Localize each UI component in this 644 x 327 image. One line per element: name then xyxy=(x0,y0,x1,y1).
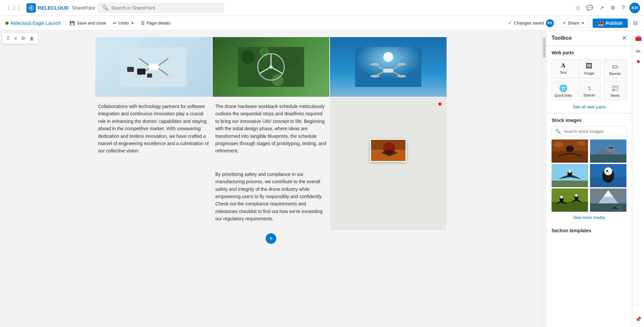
web-parts-title: Web parts xyxy=(552,50,627,55)
svg-rect-13 xyxy=(147,74,152,78)
side-icon-collapse[interactable]: ≫ xyxy=(633,46,643,56)
col2-content: The drone hardware workback schedule met… xyxy=(213,97,329,230)
checkmark-icon: ✓ xyxy=(508,21,512,26)
add-section-area: + xyxy=(95,233,447,244)
stock-image-6[interactable] xyxy=(590,189,627,212)
float-toolbar: ⠿ ≡ ⧉ 🗑 xyxy=(2,32,38,44)
web-part-news[interactable]: 📰 News xyxy=(604,81,627,100)
side-icon-pin[interactable]: 📌 xyxy=(633,314,644,324)
stock-search-box[interactable]: 🔍 xyxy=(552,126,627,136)
see-all-web-parts-link[interactable]: See all web parts xyxy=(552,104,627,109)
spacer-label: Spacer xyxy=(583,93,595,97)
stock-image-3[interactable] xyxy=(552,164,589,187)
main-layout: ⠿ ≡ ⧉ 🗑 xyxy=(0,30,644,327)
col1-text: Collaborations with technology partners … xyxy=(95,97,212,230)
changes-saved-status: ✓ Changes saved KH xyxy=(508,19,554,27)
brand-logo: RELECLOUD xyxy=(27,3,69,13)
toolbox-close-button[interactable]: ✕ xyxy=(622,34,627,42)
svg-point-34 xyxy=(370,75,380,78)
svg-point-33 xyxy=(397,63,406,66)
text-label: Text xyxy=(560,71,566,75)
scrollbar-thumb[interactable] xyxy=(543,38,546,58)
spacer-icon: ↕ xyxy=(587,84,591,92)
site-name[interactable]: Relecloud Eagle Launch xyxy=(5,21,61,26)
collapse-panel-button[interactable]: ⊟ xyxy=(632,19,639,27)
web-part-image[interactable]: 🖼 Image xyxy=(577,59,601,79)
duplicate-button[interactable]: ⧉ xyxy=(20,34,27,42)
svg-point-35 xyxy=(397,75,406,78)
move-button[interactable]: ⠿ xyxy=(4,34,12,42)
delete-button[interactable]: 🗑 xyxy=(27,34,36,42)
content-area: ⠿ ≡ ⧉ 🗑 xyxy=(0,30,542,327)
web-parts-section: Web parts A Text 🖼 Image ▭ Banner 🌐 Quic… xyxy=(546,46,632,114)
news-icon: 📰 xyxy=(611,84,619,92)
svg-point-15 xyxy=(241,50,254,64)
toolbox-title: Toolbox xyxy=(552,35,572,41)
page-details-icon: ☰ xyxy=(141,21,145,26)
stock-images-section: Stock images 🔍 xyxy=(546,114,632,224)
svg-rect-12 xyxy=(137,69,145,75)
svg-rect-45 xyxy=(590,154,626,163)
svg-point-42 xyxy=(553,142,563,147)
banner-label: Banner xyxy=(609,72,621,76)
toolbox-header: Toolbox ✕ xyxy=(546,30,632,46)
align-button[interactable]: ≡ xyxy=(12,34,19,42)
side-icon-toolbox[interactable]: 🧰 xyxy=(633,33,644,43)
banner-icon: ▭ xyxy=(612,62,618,70)
stock-image-5[interactable] xyxy=(552,189,589,212)
stock-image-2[interactable] xyxy=(590,139,627,163)
top-bar-right: ◇ 💬 ↗ ⚙ ? KH xyxy=(574,3,640,13)
site-dot xyxy=(5,22,9,25)
share-dropdown-icon[interactable]: ▼ xyxy=(581,21,585,25)
stock-images-grid xyxy=(552,139,627,212)
global-search-input[interactable] xyxy=(111,5,219,11)
svg-rect-11 xyxy=(127,67,134,72)
svg-point-60 xyxy=(560,196,563,198)
section-templates-title: Section templates xyxy=(552,228,627,233)
search-icon: 🔍 xyxy=(102,5,109,11)
global-search-box[interactable]: 🔍 xyxy=(98,3,224,13)
settings-icon-button[interactable]: ⚙ xyxy=(609,3,617,13)
avatar[interactable]: KH xyxy=(629,3,640,13)
web-part-quick-links[interactable]: 🌐 Quick links xyxy=(552,81,575,100)
share-button[interactable]: ↗ Share ▼ xyxy=(558,18,589,28)
page-details-button[interactable]: ☰ Page details xyxy=(137,19,174,27)
community-icon-button[interactable]: ◇ xyxy=(574,3,582,13)
author-avatar: KH xyxy=(546,19,554,27)
stock-search-input[interactable] xyxy=(564,129,623,134)
image-drop-zone[interactable] xyxy=(330,97,447,230)
web-part-spacer[interactable]: ↕ Spacer xyxy=(577,81,601,100)
svg-point-10 xyxy=(164,75,176,79)
svg-point-17 xyxy=(283,52,299,69)
svg-point-32 xyxy=(370,63,380,66)
save-close-button[interactable]: 💾 Save and close xyxy=(66,19,110,27)
side-notification-dot xyxy=(637,60,640,63)
svg-point-41 xyxy=(566,145,574,152)
see-more-media-link[interactable]: See more media xyxy=(552,215,627,220)
app-launcher-button[interactable]: ⋮⋮⋮ xyxy=(4,3,24,13)
stock-image-1[interactable] xyxy=(552,139,589,163)
image-label: Image xyxy=(584,71,594,75)
page-content: Collaborations with technology partners … xyxy=(76,30,466,250)
drone-aerial-image xyxy=(213,37,329,97)
web-part-text[interactable]: A Text xyxy=(552,59,575,79)
drone-parts-image xyxy=(95,37,212,97)
help-icon-button[interactable]: ? xyxy=(620,3,627,13)
scrollbar-track[interactable] xyxy=(542,30,546,327)
add-section-button[interactable]: + xyxy=(266,233,276,244)
undo-button[interactable]: ↩ Undo ▼ xyxy=(110,19,137,27)
chat-icon-button[interactable]: 💬 xyxy=(584,3,595,13)
svg-rect-40 xyxy=(552,151,588,163)
web-part-banner[interactable]: ▭ Banner xyxy=(604,59,627,79)
publish-button[interactable]: 📤 Publish xyxy=(593,19,628,28)
share-app-icon-button[interactable]: ↗ xyxy=(598,3,606,13)
svg-point-43 xyxy=(577,141,585,146)
svg-point-51 xyxy=(568,170,571,173)
relecloud-icon xyxy=(27,3,36,13)
svg-point-9 xyxy=(131,75,143,79)
undo-dropdown-icon[interactable]: ▼ xyxy=(131,21,134,25)
svg-point-19 xyxy=(249,72,259,82)
stock-search-icon: 🔍 xyxy=(555,129,561,134)
stock-image-4[interactable] xyxy=(590,164,627,187)
dragging-image-preview[interactable] xyxy=(370,139,406,162)
